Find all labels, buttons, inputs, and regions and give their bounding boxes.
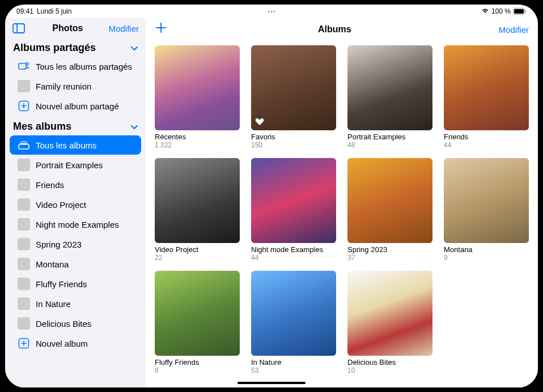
main-header: Albums Modifier xyxy=(146,18,538,41)
sidebar-item-label: Friends xyxy=(36,180,133,190)
sidebar-item-label: Spring 2023 xyxy=(36,240,133,249)
album-count: 37 xyxy=(347,254,432,262)
sidebar-item[interactable]: Fluffy Friends xyxy=(10,274,141,293)
sidebar-item-label: Montana xyxy=(36,259,133,269)
album-count: 44 xyxy=(251,254,336,262)
multitask-dots-icon[interactable] xyxy=(268,11,275,12)
album-card[interactable]: In Nature53 xyxy=(251,271,336,374)
album-cover[interactable] xyxy=(155,158,240,243)
main-edit-button[interactable]: Modifier xyxy=(499,25,529,35)
svg-rect-1 xyxy=(514,9,524,14)
status-left: 09:41 Lundi 5 juin xyxy=(16,7,71,15)
heart-icon xyxy=(254,117,265,127)
sidebar-item[interactable]: Delicious Bites xyxy=(10,314,141,333)
shared-albums-icon xyxy=(18,60,30,73)
album-card[interactable]: Video Project22 xyxy=(155,158,240,262)
sidebar-item[interactable]: Friends xyxy=(10,175,141,194)
svg-rect-10 xyxy=(20,141,27,142)
wifi-icon xyxy=(481,7,489,15)
sidebar-section-title: Albums partagés xyxy=(13,42,96,54)
sidebar-item[interactable]: In Nature xyxy=(10,294,141,313)
sidebar-item-label: Tous les albums partagés xyxy=(36,62,133,71)
album-count: 48 xyxy=(347,141,432,149)
svg-point-6 xyxy=(26,63,28,65)
album-cover[interactable] xyxy=(347,158,432,243)
sidebar-item[interactable]: Family reunion xyxy=(10,76,141,96)
album-title: Delicious Bites xyxy=(347,358,432,367)
album-card[interactable]: Friends44 xyxy=(444,45,529,149)
album-title: Récentes xyxy=(155,133,240,141)
sidebar-section-header[interactable]: Mes albums xyxy=(5,116,146,135)
album-card[interactable]: Spring 202337 xyxy=(347,158,432,262)
sidebar-item-label: Nouvel album partagé xyxy=(36,101,133,111)
status-date: Lundi 5 juin xyxy=(37,7,71,15)
album-card[interactable]: Récentes1 222 xyxy=(155,45,240,149)
album-thumbnail xyxy=(18,238,30,250)
sidebar-item[interactable]: Portrait Examples xyxy=(10,155,141,174)
album-card[interactable]: Favoris150 xyxy=(251,45,336,149)
album-cover[interactable] xyxy=(347,45,432,130)
album-card[interactable]: Night mode Examples44 xyxy=(251,158,336,262)
album-count: 1 222 xyxy=(155,141,240,149)
sidebar-item-label: Family reunion xyxy=(36,82,133,91)
album-thumbnail xyxy=(18,198,30,211)
album-title: Spring 2023 xyxy=(347,245,432,254)
sidebar-item-label: In Nature xyxy=(36,299,133,309)
album-count: 8 xyxy=(155,367,240,374)
album-thumbnail xyxy=(18,80,30,92)
album-grid[interactable]: Récentes1 222Favoris150Portrait Examples… xyxy=(146,41,538,387)
sidebar-item[interactable]: Tous les albums partagés xyxy=(10,57,141,76)
album-thumbnail xyxy=(18,159,30,171)
sidebar-section-header[interactable]: Albums partagés xyxy=(5,37,146,56)
plus-square-icon xyxy=(18,100,30,112)
album-card[interactable]: Fluffy Friends8 xyxy=(155,271,240,374)
sidebar-item[interactable]: Spring 2023 xyxy=(10,235,141,254)
chevron-down-icon[interactable] xyxy=(131,44,138,53)
album-cover[interactable] xyxy=(347,271,432,356)
sidebar-edit-button[interactable]: Modifier xyxy=(109,24,139,33)
sidebar-item[interactable]: Nouvel album partagé xyxy=(10,96,141,116)
add-album-button[interactable] xyxy=(155,22,171,37)
status-time: 09:41 xyxy=(16,7,33,15)
album-count: 9 xyxy=(444,254,529,262)
album-cover[interactable] xyxy=(251,45,336,130)
album-cover[interactable] xyxy=(444,158,529,243)
album-title: Fluffy Friends xyxy=(155,358,240,367)
album-cover[interactable] xyxy=(251,271,336,356)
album-count: 22 xyxy=(155,254,240,262)
sidebar-item-label: Tous les albums xyxy=(36,140,133,150)
sidebar-item-label: Portrait Examples xyxy=(36,160,133,170)
main-content: Albums Modifier Récentes1 222Favoris150P… xyxy=(146,18,538,387)
album-title: Video Project xyxy=(155,245,240,254)
album-count: 10 xyxy=(347,367,432,374)
album-title: Night mode Examples xyxy=(251,245,336,254)
main-title: Albums xyxy=(171,24,499,35)
album-card[interactable]: Montana9 xyxy=(444,158,529,262)
album-cover[interactable] xyxy=(444,45,529,130)
album-title: In Nature xyxy=(251,358,336,367)
album-card[interactable]: Portrait Examples48 xyxy=(347,45,432,149)
album-cover[interactable] xyxy=(155,45,240,130)
toggle-sidebar-icon[interactable] xyxy=(11,22,27,35)
home-indicator[interactable] xyxy=(237,382,306,384)
sidebar-item-label: Night mode Examples xyxy=(36,220,133,229)
sidebar-item-label: Fluffy Friends xyxy=(36,279,133,289)
sidebar-item[interactable]: Tous les albums xyxy=(10,135,141,155)
sidebar-item[interactable]: Montana xyxy=(10,254,141,274)
album-card[interactable]: Delicious Bites10 xyxy=(347,271,432,374)
album-title: Montana xyxy=(444,245,529,254)
chevron-down-icon[interactable] xyxy=(131,122,138,131)
sidebar-item[interactable]: Nouvel album xyxy=(10,334,141,353)
stack-icon xyxy=(18,139,30,151)
album-count: 53 xyxy=(251,367,336,374)
sidebar-item[interactable]: Video Project xyxy=(10,195,141,214)
album-thumbnail xyxy=(18,258,30,270)
album-title: Portrait Examples xyxy=(347,133,432,141)
sidebar-title: Photos xyxy=(31,23,104,33)
sidebar-item[interactable]: Night mode Examples xyxy=(10,215,141,234)
album-thumbnail xyxy=(18,218,30,231)
album-cover[interactable] xyxy=(251,158,336,243)
album-thumbnail xyxy=(18,278,30,290)
album-cover[interactable] xyxy=(155,271,240,356)
svg-rect-2 xyxy=(525,10,527,12)
